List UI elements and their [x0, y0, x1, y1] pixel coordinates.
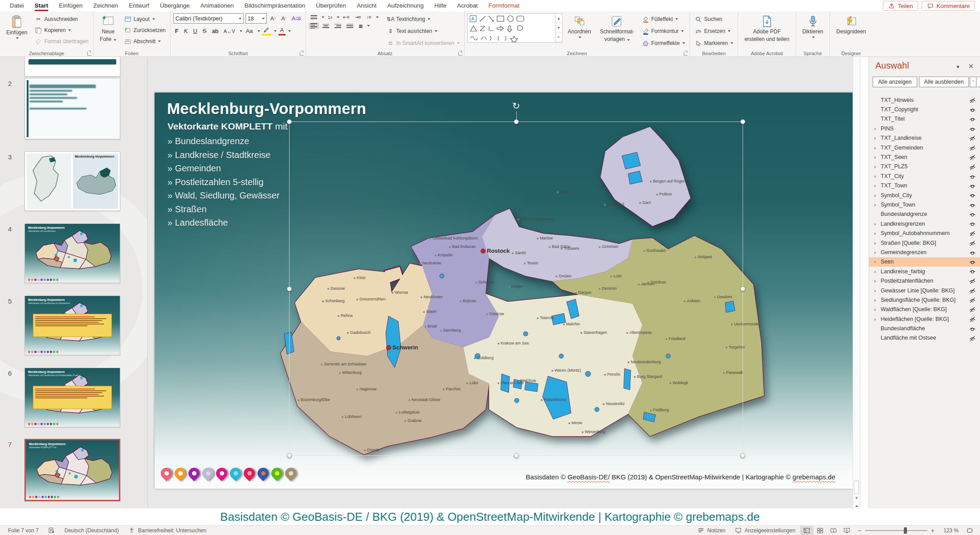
resize-handle-top-right[interactable] [740, 119, 745, 124]
menu-tab-überprüfen[interactable]: Überprüfen [310, 0, 351, 11]
visibility-eye-hidden-icon[interactable] [965, 154, 980, 160]
selection-pane-item-txt-gemeinden[interactable]: TXT_Gemeinden [869, 143, 980, 152]
language-status[interactable]: Deutsch (Deutschland) [60, 527, 123, 534]
selection-pane-item-gewässer-linie-quelle-bkg-[interactable]: Gewässer Linie [Quelle: BKG] [869, 286, 980, 295]
selection-pane-item-waldflächen-quelle-bkg-[interactable]: Waldflächen [Quelle: BKG] [869, 305, 980, 314]
resize-handle-bottom[interactable] [514, 453, 519, 458]
increase-indent-button[interactable]: ⇥≡ [353, 14, 363, 20]
slide-thumbnail-4[interactable]: Mecklenburg-VorpommernVektorkarte mit La… [24, 223, 120, 283]
slide-subtitle[interactable]: Vektorkarte KOMPLETT mit [167, 121, 288, 132]
resize-handle-right[interactable] [740, 286, 745, 291]
visibility-eye-hidden-icon[interactable] [965, 239, 980, 246]
selection-pane-item-symbol-autobahnnummern[interactable]: Symbol_Autobahnnummern [869, 228, 980, 238]
columns-button[interactable]: ▦ [357, 23, 364, 29]
visibility-eye-hidden-icon[interactable] [965, 145, 980, 151]
selection-pane-item-txt-landkreise[interactable]: TXT_Landkreise [869, 134, 980, 143]
bring-forward-button[interactable]: ⌃ [970, 77, 976, 87]
resize-handle-bottom-right[interactable] [740, 453, 745, 458]
pane-options-caret-icon[interactable]: ▼ [956, 64, 960, 69]
map-pin-8[interactable] [255, 466, 271, 481]
layout-button[interactable]: Layout [122, 14, 167, 24]
selection-pane-item-pins[interactable]: PINS [869, 124, 980, 133]
selection-pane-item-bundeslandfläche[interactable]: Bundeslandfläche [869, 324, 980, 333]
share-button[interactable]: Teilen [883, 1, 918, 11]
smartart-button[interactable]: ⧉ In SmartArt konvertieren [385, 38, 461, 48]
select-button[interactable]: Markieren [693, 38, 735, 48]
resize-handle-left[interactable] [287, 286, 292, 291]
selection-pane-item-txt-titel[interactable]: TXT_Titel [869, 114, 980, 124]
expand-triangle-icon[interactable] [874, 135, 879, 141]
menu-tab-formformat[interactable]: Formformat [483, 0, 525, 11]
zoom-out-icon[interactable]: − [858, 527, 862, 534]
visibility-eye-hidden-icon[interactable] [965, 230, 980, 236]
visibility-eye-hidden-icon[interactable] [965, 278, 980, 284]
reset-button[interactable]: Zurücksetzen [122, 25, 167, 35]
selection-pane-item-siedlungsfläche-quelle-bkg-[interactable]: Siedlungsfläche [Quelle: BKG] [869, 295, 980, 304]
map-pin-10[interactable] [283, 466, 298, 481]
map-pins-row[interactable] [161, 465, 296, 479]
expand-triangle-icon[interactable] [874, 240, 879, 246]
zoom-in-icon[interactable]: + [931, 527, 935, 534]
align-left-button[interactable] [309, 23, 319, 29]
slide-copyright-text[interactable]: Basisdaten © GeoBasis-DE/ BKG (2019) & O… [526, 473, 835, 481]
slide-bullet-list[interactable]: » Bundeslandgrenze» Landkreise / Stadtkr… [167, 134, 280, 230]
expand-triangle-icon[interactable] [874, 182, 879, 189]
visibility-eye-hidden-icon[interactable] [965, 335, 980, 341]
send-backward-button[interactable] [977, 77, 980, 87]
expand-triangle-icon[interactable] [874, 154, 879, 160]
shape-outline-button[interactable]: Formkontur [640, 26, 687, 36]
visibility-eye-hidden-icon[interactable] [965, 97, 980, 103]
zoom-slider-thumb[interactable] [904, 527, 907, 534]
display-settings-button[interactable]: Anzeigeeinstellungen [730, 527, 800, 535]
section-button[interactable]: Abschnitt [122, 36, 167, 46]
visibility-eye-hidden-icon[interactable] [965, 297, 980, 303]
selection-pane-item-txt-copyright[interactable]: TXT_Copyright [869, 105, 980, 114]
menu-tab-zeichnen[interactable]: Zeichnen [88, 0, 124, 11]
slide-thumbnail-1-partial[interactable] [24, 57, 120, 77]
visibility-eye-icon[interactable] [965, 202, 980, 208]
expand-triangle-icon[interactable] [874, 192, 879, 199]
map-pin-5[interactable] [214, 466, 229, 481]
expand-triangle-icon[interactable] [874, 163, 879, 170]
notes-toggle[interactable]: Notizen [693, 527, 730, 535]
visibility-eye-hidden-icon[interactable] [965, 316, 980, 322]
visibility-eye-icon[interactable] [965, 259, 980, 265]
drawing-dialog-launcher[interactable] [684, 52, 688, 56]
selection-pane-item-straßen-quelle-bkg-[interactable]: Straßen [Quelle: BKG] [869, 238, 980, 247]
dictate-button[interactable]: Diktieren [799, 13, 827, 40]
line-spacing-button[interactable]: ↕≡ [365, 14, 373, 20]
menu-tab-bildschirmpräsentation[interactable]: Bildschirmpräsentation [239, 0, 311, 11]
quick-styles-button[interactable]: Schnellformat- vorlagen [596, 13, 638, 45]
expand-triangle-icon[interactable] [874, 145, 879, 151]
paste-button[interactable]: Einfügen [3, 13, 31, 41]
selection-bounding-box[interactable]: ↻ [289, 122, 743, 456]
strikethrough-button[interactable]: S [201, 27, 208, 35]
underline-button[interactable]: U [191, 27, 199, 35]
visibility-eye-icon[interactable] [965, 106, 980, 113]
expand-triangle-icon[interactable] [874, 306, 879, 312]
slide-thumbnail-2[interactable] [24, 78, 120, 139]
grow-font-button[interactable]: A^ [269, 15, 278, 22]
shadow-button[interactable]: ab [210, 27, 220, 35]
clear-formatting-button[interactable]: A⌫ [290, 15, 303, 22]
visibility-eye-hidden-icon[interactable] [965, 135, 980, 141]
align-text-button[interactable]: ⇕ Text ausrichten [385, 26, 461, 36]
replace-button[interactable]: ⇄b Ersetzen [693, 26, 735, 36]
resize-handle-bottom-left[interactable] [287, 453, 292, 458]
fit-to-window-button[interactable] [963, 526, 976, 535]
bold-button[interactable]: F [173, 27, 180, 35]
selection-pane-item-bundeslandgrenze[interactable]: Bundeslandgrenze [869, 210, 980, 219]
menu-tab-acrobat[interactable]: Acrobat [452, 0, 483, 11]
paragraph-dialog-launcher[interactable] [458, 52, 462, 56]
visibility-eye-icon[interactable] [965, 325, 980, 332]
highlight-color-button[interactable]: 🖉 [262, 26, 271, 36]
expand-triangle-icon[interactable] [874, 259, 879, 265]
reading-view-button[interactable] [827, 526, 840, 535]
visibility-eye-hidden-icon[interactable] [965, 287, 980, 293]
text-direction-button[interactable]: ⇅A Textrichtung [385, 14, 461, 24]
selection-pane-item-landkreisgrenzen[interactable]: Landkreisgrenzen [869, 219, 980, 228]
bullets-button[interactable] [309, 15, 319, 20]
shapes-gallery[interactable]: A ▲▼≡ [467, 13, 563, 43]
selection-pane-item-heideflächen-quelle-bkg-[interactable]: Heideflächen [Quelle: BKG] [869, 314, 980, 324]
slide-indicator[interactable]: Folie 7 von 7 [4, 527, 43, 534]
